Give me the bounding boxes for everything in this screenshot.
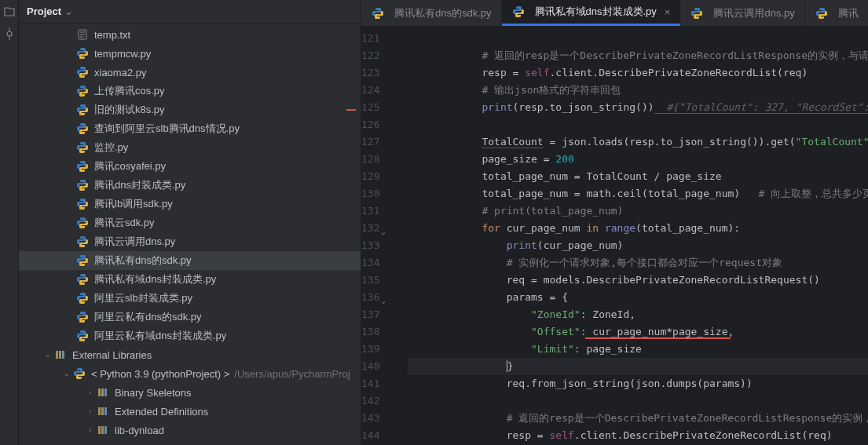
external-libraries-node[interactable]: ⌄External Libraries — [19, 345, 361, 364]
python-env-node[interactable]: ⌄< Python 3.9 (pythonProject) >/Users/ap… — [19, 364, 361, 383]
python-file-icon — [75, 197, 90, 211]
code-line[interactable]: req.from_json_string(json.dumps(params)) — [408, 375, 868, 392]
code-line[interactable]: "Offset": cur_page_num*page_size, — [408, 323, 868, 341]
code-line[interactable]: page_size = 200 — [408, 151, 868, 168]
editor-tabs[interactable]: 腾讯私有dns的sdk.py腾讯私有域dns封装成类.py×腾讯云调用dns.p… — [361, 0, 868, 27]
code-line[interactable]: total_page_num = math.ceil(total_page_nu… — [408, 185, 868, 202]
library-icon — [96, 385, 110, 399]
code-area[interactable]: ⌄⌄ 1211221231241251261271281291301311321… — [361, 27, 868, 445]
chevron-right-icon: › — [85, 388, 96, 396]
file-name-label: 腾讯私有域dns封装成类.py — [94, 272, 216, 286]
line-number: 132 — [361, 220, 379, 237]
line-number: 140 — [361, 358, 379, 375]
file-item[interactable]: 腾讯lb调用sdk.py — [19, 195, 361, 213]
code-line[interactable]: # 输出json格式的字符串回包 — [408, 82, 868, 99]
file-item[interactable]: 阿里云私有dns的sdk.py — [19, 308, 361, 326]
svg-rect-13 — [98, 407, 101, 415]
file-item[interactable]: 阿里云私有域dns封装成类.py — [19, 326, 361, 345]
lib-child-node[interactable]: ›lib-dynload — [19, 421, 361, 440]
file-item[interactable]: 旧的测试k8s.py — [19, 100, 361, 119]
file-name-label: 上传腾讯cos.py — [94, 84, 165, 98]
code-line[interactable]: "Limit": page_size — [408, 341, 868, 358]
line-number: 123 — [361, 64, 379, 82]
line-number: 133 — [361, 237, 379, 254]
code-line[interactable]: # 实例化一个请求对象,每个接口都会对应一个request对象 — [408, 254, 868, 272]
line-number: 131 — [361, 202, 379, 220]
file-item[interactable]: 腾讯云sdk.py — [19, 213, 361, 232]
code-line[interactable]: for cur_page_num in range(total_page_num… — [408, 220, 868, 237]
code-line[interactable]: req = models.DescribePrivateZoneRecordLi… — [408, 272, 868, 289]
sidebar-header[interactable]: Project ⌄ — [19, 0, 361, 24]
svg-rect-7 — [56, 351, 58, 359]
file-item[interactable]: tempmcw.py — [19, 44, 361, 63]
file-name-label: 腾讯私有dns的sdk.py — [94, 254, 192, 268]
code-line[interactable]: } — [408, 358, 868, 375]
code-line[interactable] — [408, 392, 868, 410]
file-item[interactable]: 监控.py — [19, 138, 361, 157]
editor-tab[interactable]: 腾讯私有dns的sdk.py — [361, 0, 502, 26]
code-line[interactable]: # 返回的resp是一个DescribePrivateZoneRecordLis… — [408, 47, 868, 64]
close-icon[interactable]: × — [665, 6, 671, 18]
node-label: lib-dynload — [115, 425, 164, 436]
code-line[interactable]: print(resp.to_json_string()) #{"TotalCou… — [408, 99, 868, 116]
commit-tool-icon[interactable] — [2, 27, 16, 41]
library-icon — [96, 423, 110, 437]
file-item[interactable]: 腾讯dns封装成类.py — [19, 176, 361, 195]
project-tool-icon[interactable] — [2, 5, 16, 19]
editor-tab[interactable]: 腾讯私有域dns封装成类.py× — [502, 0, 681, 26]
editor-tab[interactable]: 腾讯 — [805, 0, 868, 26]
file-item[interactable]: 查询到阿里云slb腾讯dns情况.py — [19, 119, 361, 138]
code-line[interactable]: "ZoneId": ZoneId, — [408, 306, 868, 323]
file-name-label: temp.txt — [94, 29, 130, 41]
line-gutter: ⌄⌄ 1211221231241251261271281291301311321… — [361, 27, 390, 445]
python-file-icon — [75, 140, 90, 155]
code-content[interactable]: # 返回的resp是一个DescribePrivateZoneRecordLis… — [390, 27, 868, 445]
editor-tab[interactable]: 腾讯云调用dns.py — [680, 0, 804, 26]
code-line[interactable]: TotalCount = json.loads(resp.to_json_str… — [408, 133, 868, 151]
file-item[interactable]: 腾讯云调用dns.py — [19, 232, 361, 251]
line-number: 142 — [361, 392, 379, 410]
fold-toggle-icon[interactable]: ⌄ — [381, 223, 385, 240]
file-name-label: 腾讯cosyafei.py — [94, 159, 166, 173]
text-file-icon — [75, 27, 90, 42]
file-item[interactable]: 阿里云slb封装成类.py — [19, 289, 361, 308]
svg-rect-10 — [98, 388, 101, 396]
code-line[interactable]: resp = self.client.DescribePrivateZoneRe… — [408, 64, 868, 82]
file-name-label: 腾讯云sdk.py — [94, 216, 155, 230]
python-file-icon — [75, 178, 90, 192]
tab-label: 腾讯私有dns的sdk.py — [394, 6, 492, 20]
file-item[interactable]: temp.txt — [19, 25, 361, 44]
code-line[interactable]: params = { — [408, 289, 868, 306]
file-item[interactable]: 上传腾讯cos.py — [19, 82, 361, 100]
lib-child-node[interactable]: ›Extended Definitions — [19, 402, 361, 421]
code-line[interactable] — [408, 30, 868, 47]
code-line[interactable]: # print(total_page_num) — [408, 202, 868, 220]
file-item[interactable]: xiaoma2.py — [19, 63, 361, 82]
line-number: 134 — [361, 254, 379, 272]
line-number: 122 — [361, 47, 379, 64]
tool-window-stripe[interactable] — [0, 0, 19, 445]
file-name-label: 旧的测试k8s.py — [94, 103, 165, 117]
lib-child-node[interactable]: ›Binary Skeletons — [19, 383, 361, 402]
line-number: 127 — [361, 133, 379, 151]
code-line[interactable] — [408, 116, 868, 133]
file-name-label: 阿里云私有dns的sdk.py — [94, 310, 202, 324]
code-line[interactable]: print(cur_page_num) — [408, 237, 868, 254]
code-line[interactable]: # 返回的resp是一个DescribePrivateZoneRecordLis… — [408, 410, 868, 427]
code-line[interactable]: resp = self.client.DescribePrivateZoneRe… — [408, 427, 868, 444]
code-line[interactable]: total_page_num = TotalCount / page_size — [408, 168, 868, 185]
sidebar-title: Project — [27, 5, 61, 17]
python-file-icon — [75, 159, 90, 173]
file-item[interactable]: 腾讯私有域dns封装成类.py — [19, 270, 361, 289]
editor-area: 腾讯私有dns的sdk.py腾讯私有域dns封装成类.py×腾讯云调用dns.p… — [361, 0, 868, 445]
tab-label: 腾讯云调用dns.py — [713, 6, 794, 20]
fold-toggle-icon[interactable]: ⌄ — [381, 292, 385, 309]
file-name-label: 监控.py — [94, 140, 128, 155]
file-name-label: 阿里云私有域dns封装成类.py — [94, 329, 226, 343]
error-marker — [346, 109, 356, 111]
file-item[interactable]: 腾讯cosyafei.py — [19, 157, 361, 176]
file-tree[interactable]: temp.txttempmcw.pyxiaoma2.py上传腾讯cos.py旧的… — [19, 24, 361, 445]
svg-rect-17 — [101, 426, 104, 434]
file-item[interactable]: 腾讯私有dns的sdk.py — [19, 251, 361, 270]
chevron-down-icon: ⌄ — [61, 370, 72, 378]
